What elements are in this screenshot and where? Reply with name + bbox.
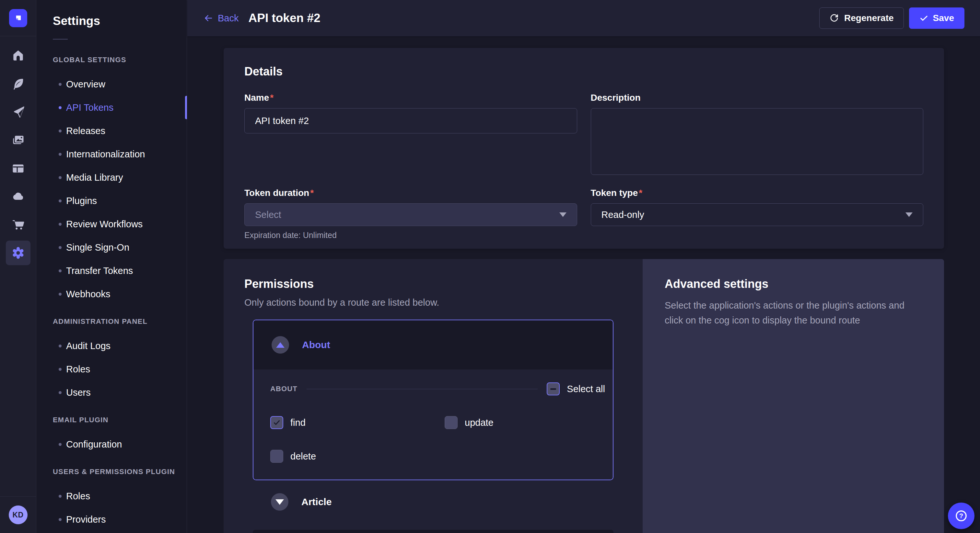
permissions-subtitle: Only actions bound by a route are listed… <box>244 297 643 308</box>
token-duration-field-group: Token duration* Select Expiration date: … <box>244 188 577 240</box>
nav-group-label: GLOBAL SETTINGS <box>53 56 187 64</box>
find-checkbox[interactable] <box>270 416 283 429</box>
bullet-icon <box>59 270 62 272</box>
bullet-icon <box>59 518 62 521</box>
media-library-icon[interactable] <box>6 126 30 154</box>
nav-group-email-plugin: EMAIL PLUGIN Configuration <box>37 416 187 456</box>
page-title: API token #2 <box>248 11 320 25</box>
sidebar-item-plugins[interactable]: Plugins <box>37 189 187 213</box>
actions-grid: find update delete <box>270 416 605 463</box>
svg-text:?: ? <box>959 512 963 519</box>
permissions-title: Permissions <box>244 277 643 291</box>
sidebar-item-review-workflows[interactable]: Review Workflows <box>37 213 187 236</box>
select-all-checkbox[interactable] <box>547 382 560 395</box>
bullet-icon <box>59 246 62 249</box>
refresh-icon <box>829 13 839 23</box>
article-accordion-header[interactable]: Article <box>271 493 643 511</box>
help-button[interactable]: ? <box>948 503 975 529</box>
token-duration-label: Token duration* <box>244 188 577 198</box>
name-label: Name* <box>244 93 577 103</box>
token-type-field-group: Token type* Read-only <box>591 188 924 240</box>
title-divider <box>53 39 68 40</box>
expand-toggle-button[interactable] <box>271 493 288 511</box>
description-field-group: Description <box>591 93 924 176</box>
page-header: Back API token #2 Regenerate Save <box>187 0 980 36</box>
sidebar-item-audit-logs[interactable]: Audit Logs <box>37 334 187 357</box>
bullet-icon <box>59 153 62 156</box>
description-textarea[interactable] <box>591 108 924 175</box>
sidebar-item-configuration[interactable]: Configuration <box>37 433 187 456</box>
rail-footer: KD <box>0 497 36 533</box>
layout-icon[interactable] <box>6 154 30 182</box>
details-card: Details Name* Description Token duration… <box>224 48 944 249</box>
sidebar-item-transfer-tokens[interactable]: Transfer Tokens <box>37 259 187 282</box>
home-icon[interactable] <box>6 41 30 70</box>
token-duration-select[interactable]: Select <box>244 203 577 226</box>
sidebar-item-up-roles[interactable]: Roles <box>37 484 187 508</box>
save-button[interactable]: Save <box>909 8 964 29</box>
back-link[interactable]: Back <box>204 13 239 24</box>
paper-plane-icon[interactable] <box>6 98 30 126</box>
permissions-section: Permissions Only actions bound by a rout… <box>224 259 944 533</box>
sidebar-item-single-sign-on[interactable]: Single Sign-On <box>37 236 187 259</box>
sidebar-item-users[interactable]: Users <box>37 381 187 404</box>
settings-sidebar: Settings GLOBAL SETTINGS Overview API To… <box>37 0 187 533</box>
token-type-select[interactable]: Read-only <box>591 203 924 226</box>
collapse-toggle-button[interactable] <box>272 336 289 354</box>
expiration-hint: Expiration date: Unlimited <box>244 230 577 240</box>
chevron-down-icon <box>905 213 913 217</box>
action-delete: delete <box>270 450 445 463</box>
content-scroll: Details Name* Description Token duration… <box>187 36 980 533</box>
about-accordion-header[interactable]: About <box>253 320 613 370</box>
strapi-logo[interactable] <box>9 9 27 27</box>
feather-icon[interactable] <box>6 70 30 98</box>
regenerate-button[interactable]: Regenerate <box>819 8 904 29</box>
description-label: Description <box>591 93 924 103</box>
sidebar-item-overview[interactable]: Overview <box>37 73 187 96</box>
update-checkbox[interactable] <box>445 416 458 429</box>
name-input[interactable] <box>244 108 577 133</box>
permissions-card: Permissions Only actions bound by a rout… <box>224 259 643 533</box>
delete-checkbox[interactable] <box>270 450 283 463</box>
chevron-down-icon <box>559 213 566 217</box>
indeterminate-dash-icon <box>550 388 556 390</box>
sidebar-item-releases[interactable]: Releases <box>37 119 187 143</box>
icon-rail: KD <box>0 0 36 533</box>
nav-group-label: ADMINISTRATION PANEL <box>53 317 187 326</box>
question-circle-icon: ? <box>955 509 968 523</box>
nav-group-label: USERS & PERMISSIONS PLUGIN <box>53 468 187 476</box>
sidebar-item-media-library[interactable]: Media Library <box>37 166 187 189</box>
sidebar-item-api-tokens[interactable]: API Tokens <box>37 96 187 119</box>
sidebar-item-roles[interactable]: Roles <box>37 357 187 381</box>
cart-icon[interactable] <box>6 211 30 239</box>
settings-gear-icon[interactable] <box>6 239 30 267</box>
bullet-icon <box>59 368 62 371</box>
required-asterisk: * <box>310 188 314 198</box>
bullet-icon <box>59 495 62 498</box>
sidebar-item-providers[interactable]: Providers <box>37 508 187 531</box>
details-row-2: Token duration* Select Expiration date: … <box>244 188 923 240</box>
bullet-icon <box>59 200 62 202</box>
action-label: delete <box>290 451 316 462</box>
details-row-1: Name* Description <box>244 93 923 176</box>
back-arrow-icon <box>204 13 213 23</box>
avatar[interactable]: KD <box>9 506 27 524</box>
sidebar-title: Settings <box>53 14 187 28</box>
nav-group-admin-panel: ADMINISTRATION PANEL Audit Logs Roles Us… <box>37 317 187 404</box>
bullet-icon <box>59 83 62 86</box>
sidebar-item-webhooks[interactable]: Webhooks <box>37 282 187 306</box>
cloud-icon[interactable] <box>6 182 30 211</box>
token-type-label: Token type* <box>591 188 924 198</box>
article-accordion-title: Article <box>301 497 331 508</box>
section-divider <box>307 389 538 389</box>
rail-nav <box>0 36 36 267</box>
action-label: find <box>290 417 305 428</box>
about-section-label: ABOUT <box>270 385 298 393</box>
nav-group-users-permissions-plugin: USERS & PERMISSIONS PLUGIN Roles Provide… <box>37 468 187 531</box>
sidebar-item-internationalization[interactable]: Internationalization <box>37 143 187 166</box>
bullet-icon <box>59 443 62 446</box>
check-icon <box>920 14 929 23</box>
next-accordion-peek <box>253 530 614 533</box>
chevron-up-icon <box>276 342 285 348</box>
bullet-icon <box>59 130 62 132</box>
